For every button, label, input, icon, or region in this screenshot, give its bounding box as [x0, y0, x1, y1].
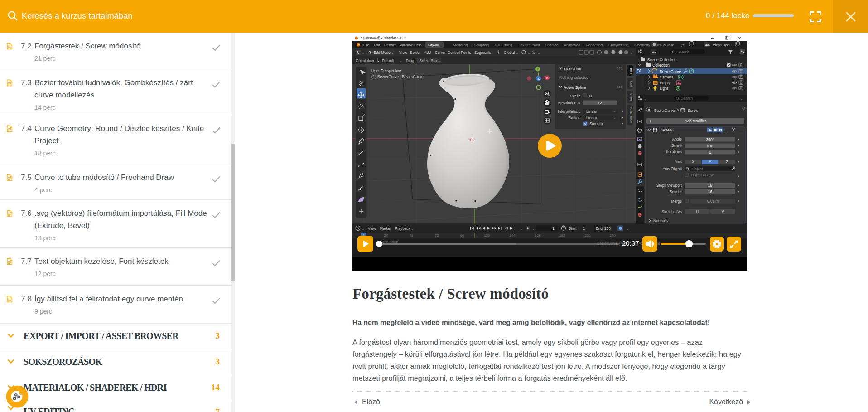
svg-text:X: X: [546, 76, 549, 79]
svg-text:⌄: ⌄: [362, 50, 365, 55]
svg-text:Help: Help: [414, 43, 422, 47]
svg-text:ViewLayer: ViewLayer: [713, 43, 730, 47]
svg-text:⌄: ⌄: [733, 50, 737, 54]
svg-text:Linear: Linear: [586, 116, 597, 120]
svg-text:360°: 360°: [706, 137, 714, 142]
svg-text:120: 120: [484, 233, 490, 238]
svg-text:Animation: Animation: [564, 43, 580, 47]
svg-text:Compositing: Compositing: [608, 43, 628, 47]
svg-text:0 m: 0 m: [707, 144, 713, 148]
svg-text:User Perspective: User Perspective: [371, 68, 401, 73]
svg-text:Object: Object: [692, 167, 703, 171]
svg-text:Scene: Scene: [663, 43, 674, 47]
svg-text:Edit: Edit: [374, 43, 381, 47]
svg-text:Resolution U: Resolution U: [558, 101, 580, 105]
svg-text:UV Editing: UV Editing: [495, 43, 512, 47]
svg-text:Radius: Radius: [568, 116, 580, 120]
svg-text:⌄: ⌄: [630, 50, 633, 55]
svg-text:Y: Y: [709, 160, 711, 164]
svg-text:Start: Start: [569, 226, 577, 231]
svg-text:24: 24: [384, 233, 388, 238]
svg-text:Screw: Screw: [688, 108, 699, 113]
svg-text:Linear: Linear: [586, 109, 597, 114]
svg-text:⌄: ⌄: [659, 43, 662, 47]
svg-text:⌄: ⌄: [644, 97, 647, 101]
svg-text:⌄: ⌄: [527, 50, 530, 55]
svg-text:96: 96: [460, 233, 464, 238]
svg-text:192: 192: [559, 233, 565, 238]
svg-text:⌄: ⌄: [391, 50, 394, 55]
svg-text:Screw: Screw: [661, 128, 673, 132]
svg-text:⌄: ⌄: [520, 226, 523, 231]
svg-text:Add: Add: [424, 50, 431, 55]
svg-text:Interpolatio...: Interpolatio...: [558, 109, 580, 114]
svg-text:::::: ::::: [739, 129, 743, 132]
svg-text:Iterations: Iterations: [666, 150, 682, 154]
svg-text:Scene Collection: Scene Collection: [647, 58, 677, 62]
svg-text:⌄: ⌄: [613, 115, 616, 120]
svg-text:Stretch UVs: Stretch UVs: [661, 209, 682, 214]
svg-text:Axis: Axis: [675, 160, 682, 164]
svg-text:⌄: ⌄: [537, 50, 540, 55]
svg-text:Angle: Angle: [672, 137, 682, 141]
svg-text:Empty: Empty: [660, 81, 671, 85]
svg-text:16: 16: [708, 183, 713, 188]
svg-text:Normals: Normals: [653, 218, 668, 223]
svg-text:16: 16: [708, 189, 713, 194]
svg-text:Search: Search: [681, 96, 693, 101]
svg-text:File: File: [363, 43, 369, 47]
svg-text:Merge: Merge: [671, 199, 682, 204]
svg-text:Camera: Camera: [660, 75, 674, 79]
svg-text:BézierCurve: BézierCurve: [660, 69, 681, 74]
svg-text:Marker: Marker: [380, 226, 391, 231]
svg-text:Geometry Nodes: Geometry Nodes: [634, 43, 661, 47]
svg-text:⌄: ⌄: [516, 50, 519, 55]
svg-text:Nothing selected: Nothing selected: [559, 75, 588, 80]
svg-text:Render: Render: [384, 43, 396, 47]
svg-text:⌄: ⌄: [740, 97, 743, 101]
svg-text:⌄: ⌄: [411, 226, 414, 231]
svg-text:168: 168: [535, 233, 540, 238]
svg-text:Select Box: Select Box: [420, 58, 438, 63]
svg-text:72: 72: [435, 233, 439, 238]
svg-text:Sculpting: Sculpting: [474, 43, 489, 47]
svg-text:Animation: Animation: [629, 107, 633, 123]
svg-text:End: End: [596, 226, 603, 231]
svg-text:Window: Window: [400, 43, 413, 47]
svg-text:Edit Mode: Edit Mode: [374, 50, 391, 55]
svg-text:Smooth: Smooth: [589, 121, 603, 126]
svg-text:U: U: [696, 209, 699, 214]
svg-text:⌄: ⌄: [613, 109, 616, 113]
svg-text:View: View: [368, 226, 376, 231]
svg-text:V: V: [722, 209, 724, 214]
svg-text:Light: Light: [660, 86, 668, 91]
svg-text:Active Spline: Active Spline: [564, 85, 586, 90]
svg-text:⌄: ⌄: [643, 50, 646, 54]
svg-text:Object Screw: Object Screw: [691, 173, 714, 177]
svg-text:Texture Paint: Texture Paint: [519, 43, 540, 47]
svg-text:Search: Search: [677, 50, 690, 54]
svg-text:Global: Global: [504, 50, 515, 55]
svg-text:Cyclic: Cyclic: [570, 94, 581, 98]
svg-text:Z: Z: [538, 77, 540, 80]
svg-text:Rendering: Rendering: [586, 43, 603, 47]
svg-text:12: 12: [598, 101, 602, 105]
svg-text:Modeling: Modeling: [453, 43, 468, 47]
svg-text:Control Points: Control Points: [448, 50, 471, 55]
svg-text:+: +: [649, 118, 652, 123]
svg-text:Curve: Curve: [435, 50, 445, 55]
svg-text:U: U: [589, 94, 592, 98]
svg-text:⌄: ⌄: [532, 226, 535, 231]
svg-text:Layout: Layout: [428, 43, 439, 47]
svg-text:Add Modifier: Add Modifier: [685, 119, 706, 123]
svg-text:Shading: Shading: [545, 43, 558, 47]
svg-text:48: 48: [410, 233, 414, 238]
svg-text:Y: Y: [537, 68, 539, 71]
svg-text:Transform: Transform: [564, 67, 581, 71]
svg-text:Screw: Screw: [671, 143, 682, 148]
svg-text:* (Unsaved) - Blender 5.0.0: * (Unsaved) - Blender 5.0.0: [361, 36, 406, 40]
svg-text:Select: Select: [410, 50, 421, 55]
svg-text:⌄: ⌄: [362, 226, 365, 231]
svg-text:Item: Item: [629, 67, 633, 74]
svg-text:(1) BézierCurve | BézierCurve: (1) BézierCurve | BézierCurve: [371, 74, 424, 79]
